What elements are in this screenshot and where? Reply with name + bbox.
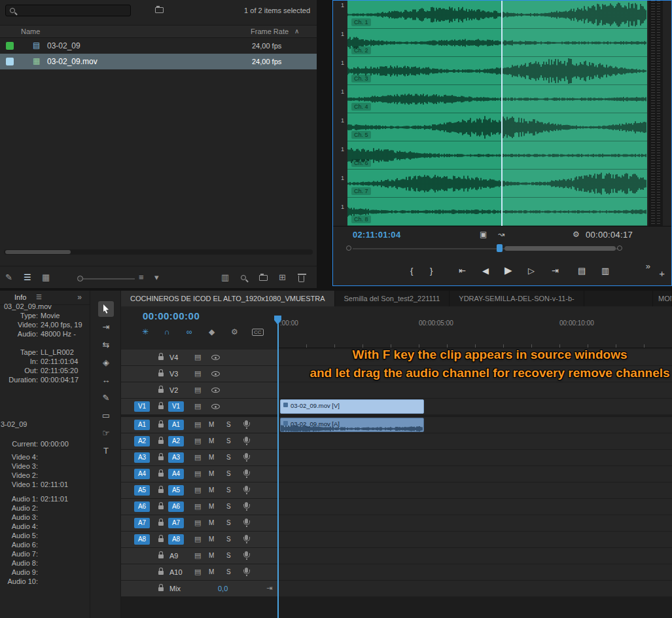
sort-options-icon[interactable]: ≡ — [139, 272, 144, 283]
column-frame-rate[interactable]: Frame Rate — [251, 27, 289, 35]
source-patch[interactable]: A8 — [134, 534, 150, 545]
source-patch[interactable]: A7 — [134, 518, 150, 528]
solo-button[interactable]: S — [226, 421, 231, 428]
settings-icon[interactable]: ⚙ — [573, 230, 580, 239]
list-view-icon[interactable]: ☰ — [24, 272, 31, 283]
source-patch[interactable] — [134, 385, 150, 395]
label-color-chip[interactable] — [6, 58, 14, 65]
snap-icon[interactable]: ∩ — [164, 327, 170, 336]
go-to-in-button[interactable]: ⇤ — [459, 266, 466, 276]
sync-lock-icon[interactable]: ▤ — [194, 551, 201, 560]
panel-menu-icon[interactable]: ☰ — [36, 293, 42, 300]
lock-icon[interactable] — [158, 489, 164, 493]
track-target[interactable]: V1 — [168, 401, 184, 412]
type-tool[interactable]: T — [98, 443, 114, 458]
search-box[interactable] — [5, 5, 131, 16]
rectangle-tool[interactable]: ▭ — [98, 407, 114, 423]
mute-button[interactable]: M — [209, 486, 214, 494]
sync-lock-icon[interactable]: ▤ — [194, 369, 201, 378]
zoom-slider[interactable] — [79, 278, 135, 280]
track-select-forward-tool[interactable]: ⇥ — [98, 319, 114, 335]
lock-icon[interactable] — [158, 473, 164, 477]
solo-button[interactable]: S — [226, 486, 231, 494]
mute-button[interactable]: M — [209, 536, 214, 543]
track-output-icon[interactable] — [211, 355, 220, 360]
track-target[interactable]: A3 — [168, 452, 184, 463]
timeline-ruler[interactable]: :00:0000:00:05:0000:00:10:00 — [278, 314, 672, 348]
source-patch[interactable] — [134, 551, 150, 561]
new-item-icon[interactable]: ⊞ — [279, 272, 286, 283]
track-target[interactable]: V4 — [169, 354, 178, 361]
track-output-icon[interactable] — [211, 388, 220, 393]
track-output-icon[interactable] — [211, 404, 220, 409]
sync-lock-icon[interactable]: ▤ — [194, 386, 201, 394]
sync-lock-icon[interactable]: ▤ — [194, 502, 201, 511]
read-only-icon[interactable]: ✎ — [5, 272, 12, 283]
tab-info[interactable]: Info — [14, 293, 26, 301]
sync-lock-icon[interactable]: ▤ — [194, 518, 201, 527]
new-bin-icon[interactable] — [259, 272, 268, 283]
drag-video-icon[interactable]: ▣ — [480, 230, 487, 239]
play-button[interactable]: ▶ — [504, 264, 512, 276]
sync-lock-icon[interactable]: ▤ — [194, 453, 201, 462]
nest-icon[interactable]: ✳ — [142, 327, 149, 336]
sync-lock-icon[interactable]: ▤ — [194, 420, 201, 429]
icon-view-icon[interactable]: ▦ — [42, 272, 50, 283]
track-target[interactable]: A4 — [168, 469, 184, 479]
solo-button[interactable]: S — [226, 536, 231, 543]
sync-lock-icon[interactable]: ▤ — [194, 469, 201, 478]
sync-lock-icon[interactable]: ▤ — [194, 486, 201, 494]
mute-button[interactable]: M — [209, 454, 214, 461]
add-button[interactable]: + — [659, 268, 665, 279]
audio-clip[interactable]: 03-02_09.mov [A] — [280, 418, 424, 432]
zoom-scrollbar[interactable] — [504, 246, 616, 251]
source-patch[interactable]: A6 — [134, 501, 150, 512]
lock-icon[interactable] — [158, 505, 164, 509]
linked-selection-icon[interactable]: ∞ — [186, 327, 192, 336]
source-patch[interactable] — [134, 352, 150, 363]
solo-button[interactable]: S — [226, 568, 231, 575]
lock-icon[interactable] — [158, 587, 164, 591]
lock-icon[interactable] — [158, 554, 164, 558]
add-marker-icon[interactable]: ◆ — [209, 327, 215, 336]
track-target[interactable]: V3 — [169, 370, 178, 378]
sync-lock-icon[interactable]: ▤ — [194, 402, 201, 410]
track-target[interactable]: A6 — [168, 501, 184, 512]
lock-icon[interactable] — [158, 356, 164, 360]
pen-tool[interactable]: ✎ — [98, 390, 114, 405]
mark-in-button[interactable]: { — [410, 266, 413, 276]
source-patch[interactable]: A5 — [134, 485, 150, 496]
lock-icon[interactable] — [158, 389, 164, 393]
selection-tool[interactable] — [98, 301, 114, 317]
sort-direction-icon[interactable]: ∧ — [294, 27, 299, 35]
lock-icon[interactable] — [158, 538, 164, 542]
timeline-tab[interactable]: COCHINEROS DE ICOD EL ALTO_1920x1080_VMU… — [121, 291, 335, 306]
next-keyframe-icon[interactable]: ⇥ — [266, 584, 272, 592]
slip-tool[interactable]: ↔ — [98, 372, 114, 388]
timeline-settings-icon[interactable]: ⚙ — [231, 327, 238, 336]
search-input[interactable] — [19, 7, 117, 14]
voiceover-record-icon[interactable] — [245, 502, 248, 507]
hand-tool[interactable]: ☞ — [98, 425, 114, 441]
zoom-slider-thumb[interactable] — [77, 276, 83, 282]
track-target[interactable]: A10 — [169, 568, 183, 576]
track-output-icon[interactable] — [211, 371, 220, 376]
source-patch[interactable]: A1 — [134, 420, 150, 430]
sync-lock-icon[interactable]: ▤ — [194, 568, 201, 576]
delete-icon[interactable] — [298, 272, 304, 285]
audio-waveform-area[interactable]: Ch. 1Ch. 2Ch. 3Ch. 4Ch. 5Ch. 6Ch. 7Ch. 8 — [347, 1, 647, 226]
mute-button[interactable]: M — [209, 421, 214, 428]
track-target[interactable]: A8 — [168, 534, 184, 545]
mute-button[interactable]: M — [209, 470, 214, 477]
lock-icon[interactable] — [158, 522, 164, 526]
more-button[interactable]: » — [646, 261, 650, 271]
mute-button[interactable]: M — [209, 503, 214, 510]
insert-button[interactable]: ▤ — [578, 266, 586, 276]
project-item-row[interactable]: ▦03-02_09.mov24,00 fps — [0, 54, 317, 69]
track-target[interactable]: A7 — [168, 518, 184, 528]
source-patch[interactable]: V1 — [134, 401, 150, 412]
solo-button[interactable]: S — [226, 470, 231, 477]
track-target[interactable]: A2 — [168, 436, 184, 446]
solo-button[interactable]: S — [226, 503, 231, 510]
solo-button[interactable]: S — [226, 437, 231, 445]
